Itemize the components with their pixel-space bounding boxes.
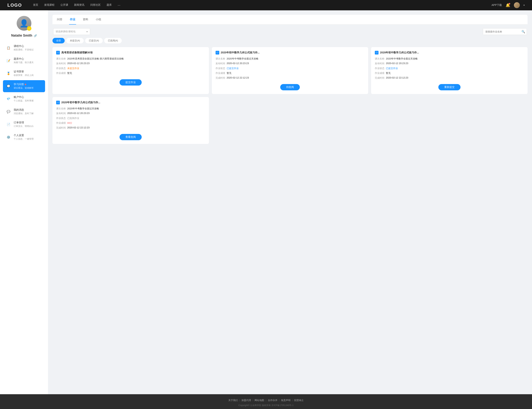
sidebar-item-course-center[interactable]: 📋 课程中心 精彩课程、不容错过 [3, 42, 45, 54]
nav-link-bank[interactable]: 题库 [107, 3, 112, 7]
cards-grid: 🛡 高考英语试卷阅读理解30张 课次名称 2020年高考英语全面过关攻略-第六期… [53, 47, 528, 144]
status-btn-已批阅(4)[interactable]: 已批阅(4) [104, 38, 122, 43]
sidebar-item-account-center[interactable]: 💎 账户中心 个人权益、实时掌握 [3, 93, 45, 105]
nav-link-news[interactable]: 新闻资讯 [74, 3, 84, 7]
sidebar-item-desc-messages: 消息通知、及时了解 [14, 112, 42, 115]
footer-link-4[interactable]: 免责声明 [281, 399, 291, 402]
nav-bell-icon[interactable]: 🔔 [505, 3, 510, 7]
card-title-0: 高考英语试卷阅读理解30张 [61, 51, 93, 54]
footer-link-3[interactable]: 合作伙伴 [268, 399, 277, 402]
card-title-row-3: 🛡 2020年初中数学几何公式练习作... [56, 101, 205, 104]
card-complete-time-label-1: 完成时间 [216, 76, 227, 80]
card-action-btn-2[interactable]: 重新提交 [438, 84, 460, 90]
sidebar-item-orders[interactable]: 📄 订单管理 订单支出、明明白白 [3, 118, 45, 130]
nav-link-home[interactable]: 首页 [33, 3, 38, 7]
homework-card-3: 🛡 2020年初中数学几何公式练习作... 课次名称 2020年中考数学全面过关… [53, 97, 209, 144]
footer-links: 关于我们|加盟代理|网站地图|合作伙伴|免责声明|招贤纳士 [0, 399, 532, 402]
card-status-value-1: 已提交作业 [227, 67, 365, 70]
card-score-row-2: 作业成绩 暂无 [375, 72, 524, 75]
card-action-btn-0[interactable]: 提交作业 [119, 79, 142, 85]
footer-copyright: Copyright© 云朵商学院 版权所有 京ICP备17051340号-1 [0, 404, 532, 407]
card-action-btn-3[interactable]: 查看批阅 [119, 134, 142, 140]
nav-more[interactable]: ··· [118, 3, 120, 7]
card-publish-value-2: 2020-02-12 20:23:23 [386, 62, 524, 65]
search-box: 🔍 [483, 28, 527, 35]
filter-left: 请选择课程/课程包 ▾ [53, 28, 90, 35]
card-course-value-2: 2020年中考数学全面过关攻略 [386, 57, 524, 60]
sidebar: 👤 ⭐ Natalie Smith 🔗 📋 课程中心 精彩课程、不容错过 📝 题… [0, 10, 48, 394]
status-btn-已提交(4)[interactable]: 已提交(4) [85, 38, 103, 43]
footer-link-2[interactable]: 网站地图 [255, 399, 264, 402]
search-input[interactable] [483, 28, 520, 35]
sidebar-item-desc-learning-qa: 课后重温、疑难解答 [14, 86, 42, 90]
sidebar-item-desc-settings: 个人信息、一键管理 [14, 138, 42, 140]
sidebar-avatar-wrap: 👤 ⭐ [17, 16, 31, 31]
tab-小组[interactable]: 小组 [95, 15, 102, 25]
nav-link-open[interactable]: 公开课 [60, 3, 68, 7]
card-btn-row-1: 待批阅 [216, 84, 365, 90]
card-publish-row-2: 发布时间 2020-02-12 20:23:23 [375, 62, 524, 65]
filter-row: 请选择课程/课程包 ▾ 🔍 [53, 28, 528, 35]
card-complete-time-row-3: 完成时间 2020-02-12 22:12:23 [56, 126, 205, 130]
sidebar-item-desc-orders: 订单支出、明明白白 [14, 125, 42, 128]
card-course-label-3: 课次名称 [56, 107, 67, 110]
footer-link-5[interactable]: 招贤纳士 [294, 399, 304, 402]
nav-chevron-icon[interactable]: ▾ [523, 4, 525, 7]
card-status-row-2: 作业状态 已提交作业 [375, 67, 524, 70]
avatar-silhouette: 👤 [19, 19, 29, 27]
sidebar-item-desc-course-center: 精彩课程、不容错过 [14, 48, 42, 51]
card-publish-label-2: 发布时间 [375, 62, 386, 65]
footer-link-0[interactable]: 关于我们 [228, 399, 238, 402]
sidebar-item-learning-qa[interactable]: 💬 学习问答 课后重温、疑难解答 [3, 80, 45, 92]
card-course-value-1: 2020年中考数学全面过关攻略 [227, 57, 365, 60]
status-btn-未提交(4)[interactable]: 未提交(4) [66, 38, 84, 43]
footer-divider-1: | [253, 399, 253, 402]
sidebar-icon-orders: 📄 [6, 122, 11, 127]
card-course-row-0: 课次名称 2020年高考英语全面过关攻略-第六期零基础语法攻略 [56, 57, 205, 60]
card-score-label-3: 作业成绩 [56, 121, 67, 125]
card-title-1: 2020年初中数学几何公式练习作... [221, 51, 260, 54]
sidebar-item-desc-certificate: 收获荣誉、持证上岗 [14, 74, 42, 77]
tab-问答[interactable]: 问答 [56, 15, 63, 25]
nav-right: APP下载 🔔 ▾ [492, 2, 525, 8]
notification-dot [25, 84, 26, 85]
card-action-btn-1[interactable]: 待批阅 [280, 84, 300, 90]
sidebar-item-text-learning-qa: 学习问答 课后重温、疑难解答 [14, 83, 42, 90]
sidebar-item-desc-question-bank: 海量习题、助力通关 [14, 61, 42, 64]
course-select-placeholder: 请选择课程/课程包 [55, 30, 75, 33]
card-status-label-1: 作业状态 [216, 67, 227, 70]
card-course-label-2: 课次名称 [375, 57, 386, 60]
course-select[interactable]: 请选择课程/课程包 ▾ [53, 28, 90, 35]
sidebar-item-desc-account-center: 个人权益、实时掌握 [14, 99, 42, 102]
username-icon: 🔗 [34, 34, 37, 37]
homework-card-2: 🛡 2020年初中数学几何公式练习作... 课次名称 2020年中考数学全面过关… [371, 47, 528, 94]
card-complete-time-value-1: 2020-02-12 22:12:23 [227, 76, 365, 80]
sidebar-item-question-bank[interactable]: 📝 题库中心 海量习题、助力通关 [3, 55, 45, 67]
footer-link-1[interactable]: 加盟代理 [241, 399, 251, 402]
card-btn-row-3: 查看批阅 [56, 134, 205, 140]
card-publish-value-1: 2020-02-12 20:23:23 [227, 62, 365, 65]
sidebar-item-title-orders: 订单管理 [14, 121, 42, 124]
top-nav: LOGO 首页 发现课程 公开课 新闻资讯 问答社区 题库 ··· APP下载 … [0, 0, 532, 10]
card-complete-time-label-3: 完成时间 [56, 126, 67, 130]
sidebar-item-settings[interactable]: ⚙️ 个人设置 个人信息、一键管理 [3, 131, 45, 143]
card-score-label-2: 作业成绩 [375, 72, 386, 75]
nav-download[interactable]: APP下载 [492, 3, 502, 7]
nav-link-qa[interactable]: 问答社区 [90, 3, 101, 7]
footer-divider-2: | [266, 399, 266, 402]
nav-logo: LOGO [7, 3, 22, 8]
tab-资料[interactable]: 资料 [82, 15, 89, 25]
sidebar-item-text-messages: 我的消息 消息通知、及时了解 [14, 108, 42, 115]
search-button[interactable]: 🔍 [520, 28, 527, 35]
card-publish-value-0: 2020-02-12 20:23:23 [67, 62, 205, 65]
sidebar-icon-settings: ⚙️ [6, 135, 11, 140]
sidebar-item-certificate[interactable]: 🏅 证书荣誉 收获荣誉、持证上岗 [3, 67, 45, 79]
nav-link-courses[interactable]: 发现课程 [44, 3, 55, 7]
nav-avatar[interactable] [514, 2, 520, 8]
nav-links: 首页 发现课程 公开课 新闻资讯 问答社区 题库 ··· [33, 3, 492, 7]
status-btn-全部[interactable]: 全部 [53, 38, 65, 43]
tab-作业[interactable]: 作业 [69, 15, 76, 25]
sidebar-item-text-course-center: 课程中心 精彩课程、不容错过 [14, 45, 42, 51]
sidebar-item-messages[interactable]: 💬 我的消息 消息通知、及时了解 [3, 106, 45, 118]
card-course-value-0: 2020年高考英语全面过关攻略-第六期零基础语法攻略 [67, 57, 205, 60]
